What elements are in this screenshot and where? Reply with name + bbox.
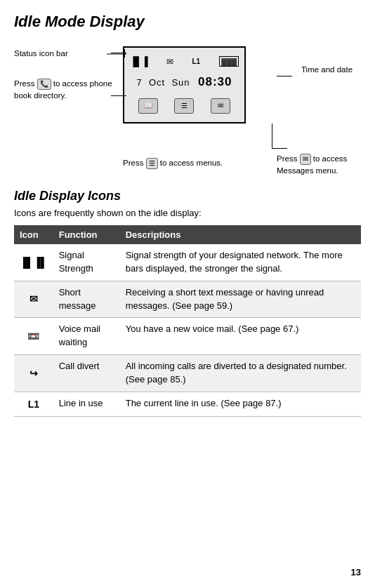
voice-mail-icon: 📼 (14, 318, 53, 355)
table-row: ↪Call divertAll incoming calls are diver… (14, 355, 361, 392)
table-cell-function: Line in use (53, 392, 120, 416)
table-row: 📼Voice mail waitingYou have a new voice … (14, 318, 361, 355)
screen-datetime: 7 Oct Sun 08:30 (130, 75, 239, 89)
call-divert-icon: ↪ (14, 355, 53, 392)
table-row: ▐▌▐▌Signal StrengthSignal strength of yo… (14, 244, 361, 281)
signal-strength-icon: ▐▌▐▌ (14, 244, 53, 281)
label-press-phone-book: Press 📞 to access phone book directory. (14, 78, 116, 101)
screen-time-value: 08:30 (198, 75, 232, 88)
section-intro: Icons are frequently shown on the idle d… (14, 208, 361, 218)
phone-book-key: 📞 (37, 79, 51, 90)
line-in-use-icon: L1 (14, 392, 53, 416)
arrow-time-date (277, 76, 292, 76)
label-press-menus: Press ☰ to access menus. (123, 157, 223, 169)
label-time-date: Time and date (301, 64, 361, 75)
short-message-icon: ✉ (14, 281, 53, 318)
table-row: L1Line in useThe current line in use. (S… (14, 392, 361, 416)
screen-battery-icon: ▓▓▓ (219, 56, 239, 67)
table-cell-function: Voice mail waiting (53, 318, 120, 355)
phone-screen: ▐▌▐ ✉ L1 ▓▓▓ 7 Oct Sun 08:30 📖 ☰ ✉ (123, 46, 246, 123)
col-header-function: Function (53, 225, 120, 244)
col-header-descriptions: Descriptions (120, 225, 361, 244)
table-body: ▐▌▐▌Signal StrengthSignal strength of yo… (14, 244, 361, 417)
messages-icon: ✉ (211, 98, 230, 114)
screen-status-bar: ▐▌▐ ✉ L1 ▓▓▓ (130, 56, 239, 67)
arrow-phonebook (111, 95, 126, 96)
icon-table: Icon Function Descriptions ▐▌▐▌Signal St… (14, 225, 361, 417)
table-cell-description: You have a new voice mail. (See page 67.… (120, 318, 361, 355)
screen-signal-icon: ▐▌▐ (130, 56, 147, 67)
page-title: Idle Mode Display (14, 13, 361, 31)
screen-bottom-icons: 📖 ☰ ✉ (130, 98, 239, 114)
table-row: ✉Short messageReceiving a short text mes… (14, 281, 361, 318)
messages-key: ✉ (300, 154, 311, 165)
table-cell-function: Call divert (53, 355, 120, 392)
col-header-icon: Icon (14, 225, 53, 244)
screen-l1-label: L1 (192, 58, 201, 65)
table-cell-function: Short message (53, 281, 120, 318)
table-header: Icon Function Descriptions (14, 225, 361, 244)
page-number: 13 (351, 567, 361, 577)
label-press-messages: Press ✉ to access Messages menu. (277, 153, 361, 176)
arrow-messages (272, 148, 287, 149)
arrow-status-bar-vert (124, 49, 125, 58)
table-cell-description: Receiving a short text message or having… (120, 281, 361, 318)
table-cell-function: Signal Strength (53, 244, 120, 281)
diagram-section: ▐▌▐ ✉ L1 ▓▓▓ 7 Oct Sun 08:30 📖 ☰ ✉ Statu… (14, 39, 361, 176)
menu-icon: ☰ (174, 98, 194, 114)
table-cell-description: All incoming calls are diverted to a des… (120, 355, 361, 392)
table-cell-description: The current line in use. (See page 87.) (120, 392, 361, 416)
screen-envelope-icon: ✉ (166, 57, 173, 67)
label-status-icon-bar: Status icon bar (14, 48, 112, 59)
table-cell-description: Signal strength of your designated netwo… (120, 244, 361, 281)
screen-date: 7 Oct Sun (137, 77, 190, 88)
section2-title: Idle Display Icons (14, 189, 361, 203)
arrow-messages-vert (272, 123, 272, 149)
phonebook-icon: 📖 (138, 98, 158, 114)
menu-key: ☰ (146, 158, 158, 169)
